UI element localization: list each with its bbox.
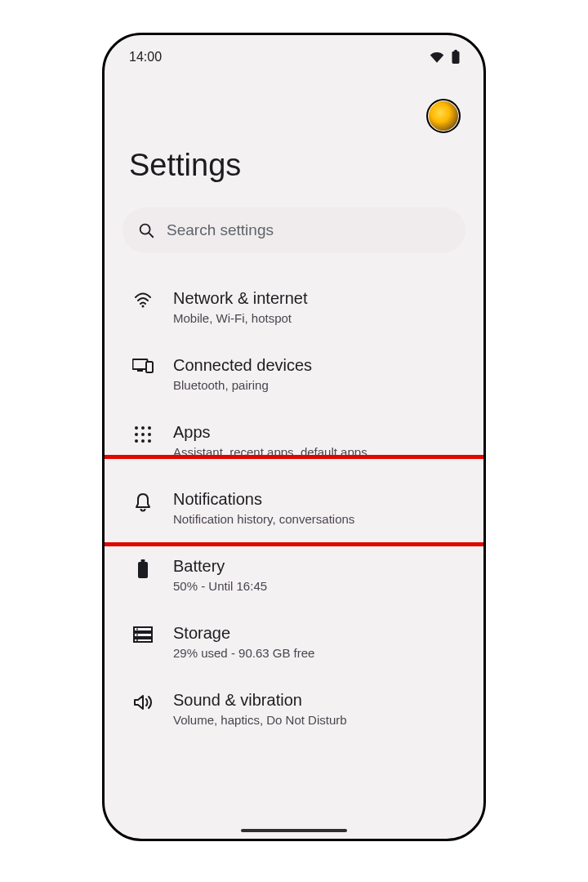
item-sub: Volume, haptics, Do Not Disturb: [173, 713, 462, 727]
svg-point-12: [141, 433, 145, 436]
item-connected-devices[interactable]: Connected devices Bluetooth, pairing: [105, 341, 483, 408]
svg-point-13: [148, 433, 151, 436]
item-sub: Bluetooth, pairing: [173, 378, 462, 392]
volume-icon: [131, 691, 155, 711]
navigation-handle[interactable]: [241, 829, 347, 832]
wifi-icon: [131, 289, 155, 308]
svg-rect-6: [137, 370, 143, 372]
item-sub: 29% used - 90.63 GB free: [173, 646, 462, 660]
item-title: Battery: [173, 557, 462, 576]
search-placeholder: Search settings: [167, 221, 274, 239]
item-title: Notifications: [173, 490, 462, 509]
item-notifications[interactable]: Notifications Notification history, conv…: [105, 475, 483, 542]
svg-point-14: [135, 439, 138, 443]
item-network[interactable]: Network & internet Mobile, Wi-Fi, hotspo…: [105, 274, 483, 341]
page-title: Settings: [105, 133, 483, 207]
item-sub: Notification history, conversations: [173, 512, 462, 526]
svg-point-16: [148, 439, 151, 443]
status-bar: 14:00: [105, 35, 483, 65]
item-sub: Mobile, Wi-Fi, hotspot: [173, 311, 462, 325]
svg-point-22: [136, 629, 138, 630]
svg-rect-18: [141, 559, 145, 562]
item-sound[interactable]: Sound & vibration Volume, haptics, Do No…: [105, 676, 483, 743]
item-title: Network & internet: [173, 289, 462, 308]
battery-icon: [131, 557, 155, 579]
svg-point-11: [135, 433, 138, 436]
svg-line-3: [149, 234, 154, 238]
item-title: Storage: [173, 624, 462, 643]
svg-rect-7: [146, 362, 153, 372]
svg-point-4: [142, 305, 145, 308]
item-title: Apps: [173, 423, 462, 442]
item-apps[interactable]: Apps Assistant, recent apps, default app…: [105, 408, 483, 475]
search-settings[interactable]: Search settings: [122, 207, 466, 253]
svg-point-8: [135, 426, 138, 430]
svg-rect-17: [138, 562, 148, 578]
svg-point-10: [148, 426, 151, 430]
avatar[interactable]: [426, 99, 461, 133]
svg-rect-0: [452, 51, 460, 64]
status-icons: [430, 50, 461, 65]
wifi-icon: [430, 51, 444, 63]
item-sub: Assistant, recent apps, default apps: [173, 445, 462, 459]
storage-icon: [131, 624, 155, 643]
item-battery[interactable]: Battery 50% - Until 16:45: [105, 542, 483, 609]
apps-icon: [131, 423, 155, 443]
svg-point-2: [140, 225, 150, 234]
battery-icon: [451, 50, 461, 65]
svg-point-15: [141, 439, 145, 443]
svg-rect-1: [454, 50, 457, 52]
svg-point-23: [136, 635, 138, 636]
phone-frame: 14:00 Settings Search settings: [102, 33, 486, 841]
item-sub: 50% - Until 16:45: [173, 579, 462, 593]
status-time: 14:00: [129, 50, 162, 65]
bell-icon: [131, 490, 155, 512]
item-title: Sound & vibration: [173, 691, 462, 710]
search-icon: [137, 221, 155, 239]
settings-list: Network & internet Mobile, Wi-Fi, hotspo…: [105, 274, 483, 743]
item-title: Connected devices: [173, 356, 462, 375]
header-row: [105, 65, 483, 133]
svg-point-9: [141, 426, 145, 430]
item-storage[interactable]: Storage 29% used - 90.63 GB free: [105, 609, 483, 676]
devices-icon: [131, 356, 155, 373]
svg-point-24: [136, 639, 138, 641]
svg-rect-5: [133, 359, 148, 369]
